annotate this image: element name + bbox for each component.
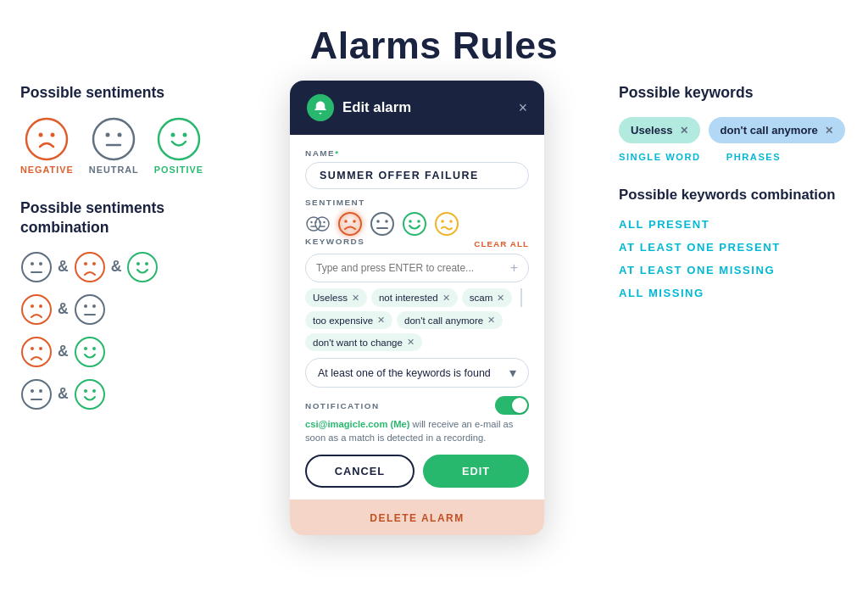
possible-keywords-title: Possible keywords [619,84,848,102]
sentiment-mixed-icon[interactable] [434,211,459,237]
sentiment-field-label: SENTIMENT [305,198,529,207]
svg-point-23 [75,295,104,324]
svg-point-38 [84,389,87,393]
svg-point-46 [323,221,325,223]
combo-positive-icon-4 [74,378,106,410]
svg-point-56 [409,220,412,223]
sentiment-all-icon[interactable] [305,211,331,237]
svg-point-22 [39,304,42,308]
keyword-pill-dont-call-remove[interactable]: ✕ [825,125,833,137]
left-panel: Possible sentiments NEGATIVE [20,75,215,421]
keyword-pill-useless: Useless ✕ [619,117,700,143]
sentiment-negative-icon[interactable] [337,211,363,237]
svg-point-0 [26,119,67,159]
svg-point-15 [84,262,87,265]
keyword-remove-useless[interactable]: ✕ [352,293,359,304]
keyword-tag-too-expensive: too expensive ✕ [305,311,392,329]
svg-point-7 [159,119,199,159]
svg-point-10 [22,253,51,282]
sentiment-positive-icon[interactable] [402,211,427,237]
right-panel: Possible keywords Useless ✕ don't call a… [619,75,848,310]
notification-label: NOTIFICATION [305,401,380,410]
keyword-pill-dont-call: don't call anymore ✕ [709,117,845,143]
svg-point-45 [319,221,320,223]
keyword-pill-useless-text: Useless [631,124,673,137]
keywords-field-label: KEYWORDS [305,237,364,246]
sentiment-item-positive: POSITIVE [154,117,203,175]
modal-close-button[interactable]: × [519,99,527,117]
possible-sentiments-title: Possible sentiments [20,84,215,102]
svg-point-3 [93,119,134,159]
keywords-input-row[interactable]: + [305,254,529,282]
svg-point-21 [31,304,34,308]
name-input[interactable] [305,162,529,189]
combo-option-at-least-one-missing: AT LEAST ONE MISSING [619,264,848,276]
keyword-tag-dont-call: don't call anymore ✕ [397,311,503,329]
modal-alarm-icon [307,94,334,121]
neutral-label: NEUTRAL [89,165,139,175]
toggle-knob [512,398,527,413]
keyword-match-text: At least one of the keywords is found [318,367,509,379]
keyword-pill-useless-remove[interactable]: ✕ [680,125,688,137]
phrases-label: PHRASES [726,152,782,162]
ampersand-1: & [58,258,69,276]
svg-point-27 [22,338,51,366]
combo-row-3: & [20,336,215,368]
dropdown-chevron-icon: ▾ [509,365,516,381]
keyword-remove-dont-call[interactable]: ✕ [487,315,495,326]
combo-option-all-missing: ALL MISSING [619,287,848,299]
svg-point-48 [339,213,361,235]
keyword-remove-scam[interactable]: ✕ [497,293,504,304]
keyword-tag-useless: Useless ✕ [305,288,367,307]
edit-button[interactable]: EDIT [423,455,529,488]
notification-row: NOTIFICATION [305,396,529,415]
modal-footer: CANCEL EDIT [290,455,544,500]
ampersand-4: & [58,343,69,360]
combo-neutral-icon-2 [74,293,106,326]
svg-point-34 [31,389,34,393]
delete-alarm-label: DELETE ALARM [370,512,465,524]
notification-toggle[interactable] [495,396,529,415]
keyword-pill-dont-call-text: don't call anymore [721,124,818,137]
svg-point-24 [84,304,87,308]
cancel-button[interactable]: CANCEL [305,455,415,488]
combo-row-2: & [20,293,215,326]
keyword-remove-dont-want[interactable]: ✕ [407,337,415,348]
possible-keywords-combo-title: Possible keywords combination [619,186,848,204]
main-layout: Possible sentiments NEGATIVE [0,75,868,535]
keywords-add-button[interactable]: + [510,260,518,276]
svg-point-8 [170,133,175,137]
combo-negative-icon-2 [20,293,53,326]
sentiment-neutral-icon[interactable] [370,211,395,237]
single-word-label: SINGLE WORD [619,152,701,162]
svg-point-12 [39,262,42,265]
keyword-tag-dont-want: don't want to change ✕ [305,333,422,351]
combo-neutral-icon-4 [20,378,53,410]
delete-alarm-section[interactable]: DELETE ALARM [290,500,544,535]
svg-point-29 [39,347,42,350]
clear-all-link[interactable]: CLEAR ALL [474,239,529,248]
keyword-match-row[interactable]: At least one of the keywords is found ▾ [305,358,529,388]
svg-point-55 [403,213,426,235]
svg-point-60 [449,220,453,223]
page-title: Alarms Rules [0,0,868,67]
sentiment-item-neutral: NEUTRAL [89,117,139,175]
svg-point-51 [371,213,393,235]
svg-point-20 [22,295,51,324]
modal-header-left: Edit alarm [307,94,411,121]
keyword-remove-too-expensive[interactable]: ✕ [377,315,385,326]
svg-point-25 [92,304,96,308]
keywords-input[interactable] [316,262,510,274]
combo-negative-icon-3 [20,336,53,368]
ampersand-2: & [111,258,122,276]
svg-point-9 [182,133,186,137]
combo-option-all-present: ALL PRESENT [619,218,848,231]
svg-point-40 [307,217,320,231]
keyword-remove-not-interested[interactable]: ✕ [442,293,450,304]
svg-point-28 [31,347,34,350]
modal-title: Edit alarm [342,99,411,116]
notification-email: csi@imagicle.com (Me) [305,419,409,429]
svg-point-39 [92,389,96,393]
svg-point-58 [436,213,458,235]
svg-point-35 [39,389,42,393]
